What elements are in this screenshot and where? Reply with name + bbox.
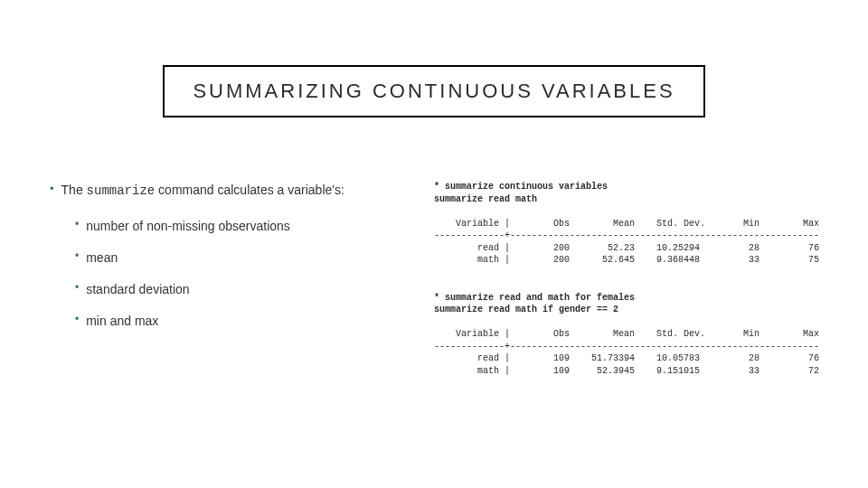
bullet-icon: • [75, 280, 79, 296]
right-column: * summarize continuous variables summari… [425, 181, 868, 402]
bullet-intro: • The summarize command calculates a var… [50, 181, 407, 201]
code1-comment: * summarize continuous variables [434, 182, 608, 192]
bullet-sub-1: • number of non-missing observations [75, 217, 407, 236]
intro-pre: The [61, 183, 87, 197]
code-block-2: * summarize read and math for females su… [434, 292, 841, 378]
intro-text: The summarize command calculates a varia… [61, 181, 344, 201]
code1-table: Variable | Obs Mean Std. Dev. Min Max --… [434, 219, 819, 266]
code2-comment: * summarize read and math for females [434, 293, 635, 303]
sub2-text: mean [86, 249, 118, 267]
code2-table: Variable | Obs Mean Std. Dev. Min Max --… [434, 329, 819, 376]
slide-title: SUMMARIZING CONTINUOUS VARIABLES [163, 65, 705, 117]
sub4-text: min and max [86, 312, 158, 331]
bullet-sub-3: • standard deviation [75, 280, 407, 299]
code-block-1: * summarize continuous variables summari… [434, 181, 841, 267]
left-column: • The summarize command calculates a var… [0, 181, 425, 402]
content-area: • The summarize command calculates a var… [0, 181, 868, 402]
intro-cmd: summarize [87, 183, 156, 198]
code2-cmd: summarize read math if gender == 2 [434, 305, 618, 314]
sub3-text: standard deviation [86, 280, 189, 299]
intro-post: command calculates a variable's: [155, 183, 344, 197]
bullet-icon: • [50, 181, 54, 197]
code1-cmd: summarize read math [434, 194, 537, 204]
sub1-text: number of non-missing observations [86, 217, 290, 236]
bullet-icon: • [75, 249, 79, 264]
bullet-sub-4: • min and max [75, 312, 407, 331]
title-text: SUMMARIZING CONTINUOUS VARIABLES [193, 80, 675, 102]
bullet-icon: • [75, 217, 79, 232]
bullet-icon: • [75, 312, 79, 327]
bullet-sub-2: • mean [75, 249, 407, 267]
